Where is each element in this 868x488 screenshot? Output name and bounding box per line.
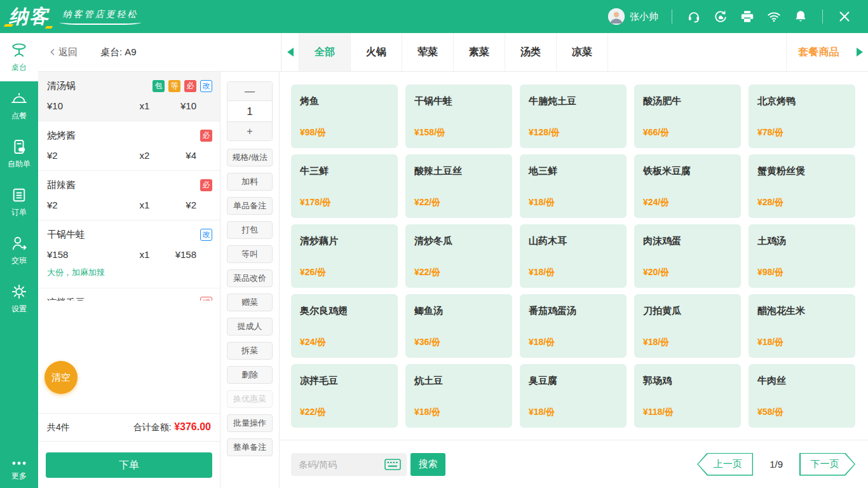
order-item-total: ¥10 xyxy=(174,100,212,111)
back-button[interactable]: 返回 xyxy=(48,46,78,58)
printer-icon[interactable] xyxy=(740,10,754,24)
shift-icon xyxy=(10,234,28,252)
tab-汤类[interactable]: 汤类 xyxy=(505,33,557,71)
action-button-等叫[interactable]: 等叫 xyxy=(227,245,273,263)
action-button-提成人[interactable]: 提成人 xyxy=(227,318,273,336)
menu-item-name: 炕土豆 xyxy=(414,375,503,387)
tab-火锅[interactable]: 火锅 xyxy=(351,33,402,71)
submit-order-button[interactable]: 下单 xyxy=(46,452,212,478)
menu-item-card[interactable]: 醋泡花生米¥18/份 xyxy=(749,294,855,358)
barcode-input-wrap xyxy=(291,453,407,476)
clear-button[interactable]: 清空 xyxy=(44,361,78,394)
sidebar-item-label: 设置 xyxy=(11,304,27,315)
qty-minus-button[interactable]: — xyxy=(227,82,272,100)
menu-item-card[interactable]: 干锅牛蛙¥158/份 xyxy=(405,85,512,148)
header-divider xyxy=(822,10,823,24)
menu-item-card[interactable]: 牛肉丝¥58/份 xyxy=(749,364,855,428)
bell-icon[interactable] xyxy=(794,10,808,24)
menu-item-card[interactable]: 郭场鸡¥118/份 xyxy=(634,364,741,428)
keyboard-icon[interactable] xyxy=(384,459,401,470)
cloud-sync-icon[interactable] xyxy=(714,10,728,24)
menu-item-card[interactable]: 烤鱼¥98/份 xyxy=(291,85,398,148)
menu-item-card[interactable]: 地三鲜¥18/份 xyxy=(520,154,627,218)
avatar[interactable] xyxy=(608,8,625,25)
sidebar-item-shift[interactable]: 交班 xyxy=(0,226,38,274)
next-page-button[interactable]: 下一页 xyxy=(799,453,855,476)
menu-item-card[interactable]: 牛腩炖土豆¥128/份 xyxy=(520,85,627,148)
menu-item-card[interactable]: 刀拍黄瓜¥18/份 xyxy=(634,294,741,358)
menu-item-card[interactable]: 炕土豆¥18/份 xyxy=(405,364,512,428)
sidebar-item-label: 订单 xyxy=(11,207,27,218)
sidebar-item-ordering[interactable]: 点餐 xyxy=(0,81,38,130)
menu-item-name: 牛腩炖土豆 xyxy=(529,95,618,107)
menu-item-card[interactable]: 番茄鸡蛋汤¥18/份 xyxy=(520,294,627,358)
tab-combo-products[interactable]: 套餐商品 xyxy=(786,33,851,71)
order-item-price: ¥10 xyxy=(47,100,140,111)
action-button-赠菜[interactable]: 赠菜 xyxy=(227,294,273,311)
action-button-打包[interactable]: 打包 xyxy=(227,221,273,239)
action-button-菜品改价[interactable]: 菜品改价 xyxy=(227,269,273,287)
sidebar-item-orders[interactable]: 订单 xyxy=(0,178,38,226)
sidebar-item-more[interactable]: 更多 xyxy=(0,459,38,482)
menu-item-price: ¥178/份 xyxy=(300,197,389,208)
tab-全部[interactable]: 全部 xyxy=(299,33,351,71)
menu-item-card[interactable]: 清炒冬瓜¥22/份 xyxy=(405,224,512,288)
tabs-scroll-right-arrow[interactable] xyxy=(851,33,868,71)
menu-item-price: ¥20/份 xyxy=(643,267,732,278)
action-button-规格/做法[interactable]: 规格/做法 xyxy=(227,149,273,166)
menu-item-card[interactable]: 山药木耳¥18/份 xyxy=(520,224,627,288)
tab-荤菜[interactable]: 荤菜 xyxy=(402,33,454,71)
tab-素菜[interactable]: 素菜 xyxy=(454,33,505,71)
menu-item-price: ¥22/份 xyxy=(414,267,503,278)
menu-item-card[interactable]: 酸汤肥牛¥66/份 xyxy=(634,85,741,148)
order-item[interactable]: 烧烤酱必¥2x2¥4 xyxy=(38,121,220,171)
qty-plus-button[interactable]: + xyxy=(227,122,272,140)
total-value: ¥376.00 xyxy=(174,421,211,432)
menu-item-price: ¥158/份 xyxy=(414,127,503,139)
sidebar-item-self-service[interactable]: 自助单 xyxy=(0,130,38,178)
sidebar-item-label: 更多 xyxy=(11,471,27,482)
action-button-删除[interactable]: 删除 xyxy=(227,366,273,384)
close-icon[interactable] xyxy=(837,10,851,24)
order-item[interactable]: 凉拌毛豆赠¥22x1¥22 xyxy=(38,288,220,301)
menu-item-price: ¥18/份 xyxy=(643,337,732,348)
menu-item-card[interactable]: 鲫鱼汤¥36/份 xyxy=(405,294,512,358)
badge-改: 改 xyxy=(200,229,212,241)
action-button-加料[interactable]: 加料 xyxy=(227,173,273,191)
action-button-单品备注[interactable]: 单品备注 xyxy=(227,197,273,215)
menu-item-card[interactable]: 牛三鲜¥178/份 xyxy=(291,154,398,218)
menu-item-card[interactable]: 清炒藕片¥26/份 xyxy=(291,224,398,288)
menu-item-card[interactable]: 铁板米豆腐¥24/份 xyxy=(634,154,741,218)
menu-item-card[interactable]: 北京烤鸭¥78/份 xyxy=(749,85,855,148)
headset-icon[interactable] xyxy=(687,10,701,24)
menu-item-card[interactable]: 肉沫鸡蛋¥20/份 xyxy=(634,224,741,288)
action-button-整单备注[interactable]: 整单备注 xyxy=(227,438,273,456)
menu-item-name: 奥尔良鸡翅 xyxy=(300,305,389,317)
menu-item-price: ¥118/份 xyxy=(643,407,732,418)
menu-item-card[interactable]: 凉拌毛豆¥22/份 xyxy=(291,364,398,428)
menu-item-card[interactable]: 土鸡汤¥98/份 xyxy=(749,224,855,288)
order-item[interactable]: 清汤锅包等必改¥10x1¥10 xyxy=(38,72,220,121)
action-button-拆菜[interactable]: 拆菜 xyxy=(227,342,273,360)
order-item[interactable]: 干锅牛蛙改¥158x1¥158大份，加麻加辣 xyxy=(38,220,220,288)
search-button[interactable]: 搜索 xyxy=(410,453,445,476)
menu-item-card[interactable]: 蟹黄粉丝煲¥28/份 xyxy=(749,154,855,218)
item-count: 共4件 xyxy=(47,422,70,433)
wifi-icon[interactable] xyxy=(767,10,781,24)
menu-item-card[interactable]: 臭豆腐¥18/份 xyxy=(520,364,627,428)
sidebar-item-label: 桌台 xyxy=(11,62,27,73)
action-button-批量操作[interactable]: 批量操作 xyxy=(227,414,273,432)
menu-item-card[interactable]: 奥尔良鸡翅¥24/份 xyxy=(291,294,398,358)
sidebar-item-label: 自助单 xyxy=(8,159,31,170)
order-item-badges: 赠 xyxy=(196,297,212,301)
sidebar: 桌台点餐自助单订单交班设置更多 xyxy=(0,33,38,488)
order-item[interactable]: 甜辣酱必¥2x1¥2 xyxy=(38,171,220,220)
tabs-scroll-left-arrow[interactable] xyxy=(281,33,299,71)
menu-item-name: 地三鲜 xyxy=(529,165,618,177)
sidebar-item-settings[interactable]: 设置 xyxy=(0,274,38,323)
menu-item-card[interactable]: 酸辣土豆丝¥22/份 xyxy=(405,154,512,218)
prev-page-button[interactable]: 上一页 xyxy=(697,453,753,476)
chevron-left-icon xyxy=(48,48,57,57)
sidebar-item-tables[interactable]: 桌台 xyxy=(0,33,38,81)
tab-凉菜[interactable]: 凉菜 xyxy=(557,33,608,71)
